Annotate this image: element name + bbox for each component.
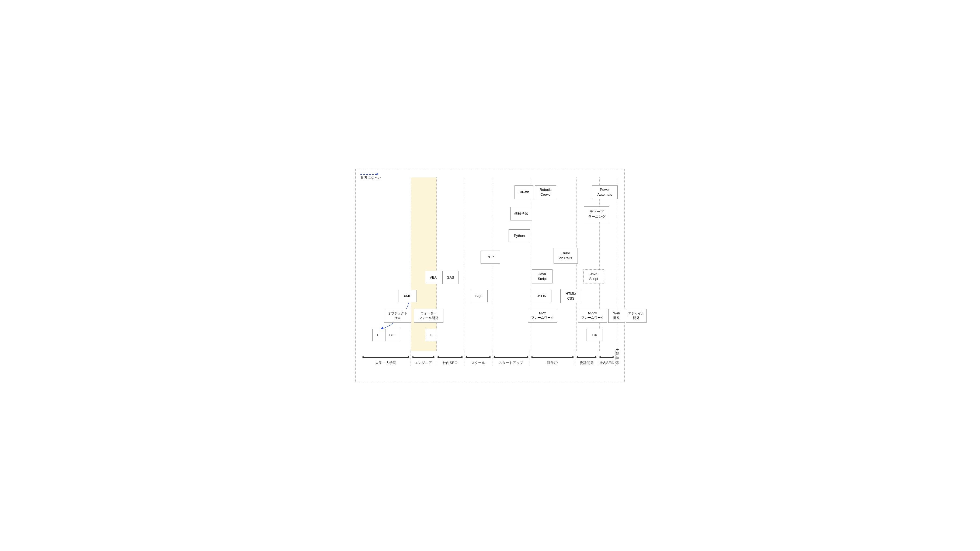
box-uipath: UiPath [514,186,533,199]
box-mvvm: MVVMフレームワーク [578,309,607,323]
timeline-line-university [363,357,408,358]
timeline-arrow-school [465,355,492,360]
box-web-dev: Web開発 [608,309,625,323]
box-object-oriented: オブジェクト指向 [384,309,411,323]
timeline-arrow-shanai-se1 [436,355,464,360]
timeline-label-school: スクール [471,360,485,365]
timeline-engineer: エンジニア [410,350,436,366]
timeline-label-shanai-se1: 社内SE① [442,360,457,365]
timeline-arrow-commission [575,355,598,360]
timeline-school: スクール [464,350,492,366]
box-javascript-1: JavaScript [532,270,552,283]
col-div-5 [531,177,531,351]
timeline-line-startup [495,357,527,358]
diagram-container: 参考になった UiPath RoboticC [355,169,625,382]
timeline-line-engineer [413,357,434,358]
box-c-dashed: C [425,329,437,341]
timeline-label-commission: 委託開発 [580,360,594,365]
timeline-arrow-shanai-se2 [598,355,615,360]
box-php: PHP [480,251,500,264]
timeline-study1: 独学① [530,350,575,366]
box-csharp: C# [586,329,603,341]
timeline-arrow-university [361,355,410,360]
col-div-2 [436,177,437,351]
col-div-6 [576,177,577,351]
timeline-line-study1 [532,357,573,358]
box-json: JSON [532,290,551,302]
box-agile: アジャイル開発 [626,309,646,323]
timeline-startup: スタートアップ [492,350,530,366]
timeline-arrow-study2 [616,350,619,350]
legend-line [360,174,377,175]
box-vba: VBA [425,271,441,284]
box-html-css: HTML/CSS [560,289,581,303]
timeline-shanai-se1: 社内SE① [436,350,464,366]
timeline-arrow-study1 [530,355,575,360]
timeline-label-startup: スタートアップ [499,360,523,365]
box-mvc: MVCフレームワーク [528,309,557,323]
box-cpp: C++ [385,329,400,341]
box-xml: XML [398,290,417,302]
timeline-label-study1: 独学① [547,360,558,365]
box-deep-learning: ディープラーニング [584,206,609,222]
timeline-arrow-startup [492,355,530,360]
box-sql: SQL [470,290,488,302]
box-power-automate: PowerAutomate [592,186,618,199]
box-gas: GAS [442,271,458,284]
timeline-study2: 独学② [615,350,619,366]
timeline-label-shanai-se2: 社内SE② [599,360,614,365]
timeline-line-school [466,357,490,358]
box-c: C [372,329,384,341]
timeline-line-commission [578,357,596,358]
timeline-commission: 委託開発 [575,350,598,366]
timeline-arrow-engineer [411,355,436,360]
legend-arrow [360,174,382,175]
col-div-3 [465,177,465,351]
timeline-label-university: 大学・大学院 [375,360,396,365]
box-machine-learning: 機械学習 [511,207,532,221]
box-waterfall: ウォーターフォール開発 [414,309,444,323]
box-python: Python [509,229,530,242]
timeline-label-engineer: エンジニア [415,360,432,365]
timeline-sections: 大学・大学院 エンジニア 社内SE① スクール [361,350,619,366]
box-robotic-crowd: RoboticCrowd [535,186,556,199]
box-ruby-on-rails: Rubyon Rails [554,248,578,264]
col-div-1 [411,177,411,351]
timeline-line-shanai-se2 [600,357,613,358]
timeline-label-study2: 独学② [616,351,619,365]
timeline-university: 大学・大学院 [361,350,410,366]
box-javascript-2: JavaScript [584,270,604,283]
timeline-line-shanai-se1 [438,357,462,358]
timeline-shanai-se2: 社内SE② [598,350,615,366]
col-div-7 [599,177,600,351]
engineer-highlight [411,177,436,351]
chart-area: UiPath RoboticCrowd PowerAutomate 機械学習 デ… [361,177,619,366]
